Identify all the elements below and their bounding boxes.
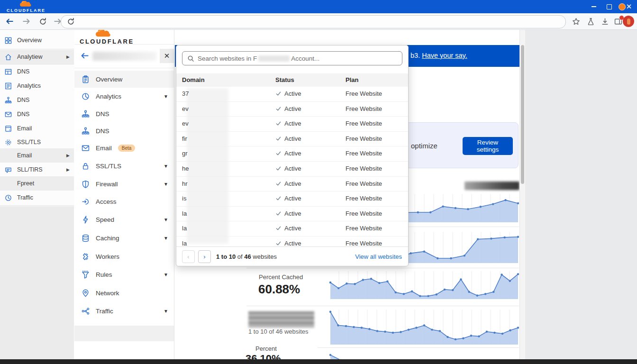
address-reload-icon[interactable] xyxy=(67,18,75,26)
nav-item-workers[interactable]: Workers xyxy=(74,248,174,265)
redacted-site-name xyxy=(92,52,156,61)
sidebar-item-label: Email xyxy=(17,125,32,132)
sidebar-item-label: DNS xyxy=(17,111,29,118)
have-your-say-link[interactable]: Have your say. xyxy=(422,52,467,59)
clipboard-icon xyxy=(82,75,90,83)
percent-value: 36.10% xyxy=(246,353,281,359)
caret-down-icon: ▼ xyxy=(164,272,168,277)
sidebar-item-ssl-tls[interactable]: SSL/TLS xyxy=(0,135,74,149)
caret-down-icon: ▼ xyxy=(164,182,168,187)
nav-item-dns-1[interactable]: DNS xyxy=(74,105,174,122)
redacted-account-name xyxy=(258,55,290,62)
redacted-stat-block xyxy=(248,311,314,328)
pagination-next-button[interactable]: › xyxy=(198,250,211,263)
sidebar-item-overview[interactable]: Overview xyxy=(0,33,74,47)
nav-item-caching[interactable]: Caching▼ xyxy=(74,229,174,246)
review-settings-button[interactable]: Review settings xyxy=(463,137,513,155)
table-row[interactable]: 37ActiveFree Website xyxy=(176,87,408,102)
domain-cell: fir xyxy=(182,135,187,142)
table-row[interactable]: heActiveFree Website xyxy=(176,162,408,177)
pagination-prev-button[interactable]: ‹ xyxy=(182,250,195,263)
table-row[interactable]: laActiveFree Website xyxy=(176,207,408,222)
bookmark-star-button[interactable] xyxy=(571,17,581,26)
plan-cell: Free Website xyxy=(346,165,382,172)
check-icon xyxy=(275,210,282,217)
extension-flask-button[interactable] xyxy=(586,17,595,26)
plan-cell: Free Website xyxy=(346,135,382,142)
back-arrow-icon[interactable] xyxy=(80,51,90,61)
cloudflare-cloud-icon xyxy=(18,1,34,7)
outer-sidebar: Overview Analytiew▶ DNS Analytics DNS DN… xyxy=(0,29,75,359)
nav-item-label: Caching xyxy=(96,235,119,242)
status-cell: Active xyxy=(284,195,301,202)
nav-item-rules[interactable]: Rules▼ xyxy=(74,266,174,283)
sidebar-item-analytics[interactable]: Analytics xyxy=(0,79,74,93)
check-icon xyxy=(275,150,282,156)
address-bar[interactable] xyxy=(61,15,566,28)
nav-item-network[interactable]: Network xyxy=(74,284,174,301)
sidebar-item-fpreet[interactable]: Fpreet xyxy=(0,176,74,191)
table-row[interactable]: firActiveFree Website xyxy=(176,132,408,147)
nav-item-ssl-tls[interactable]: SSL/TLS▼ xyxy=(74,157,174,174)
plan-cell: Free Website xyxy=(346,195,382,202)
domain-cell: ev xyxy=(182,120,189,127)
sidebar-item-sll-tlrs[interactable]: SLL/TlRS▶ xyxy=(0,163,74,177)
sidebar-item-dns-3[interactable]: DNS xyxy=(0,107,74,121)
search-icon xyxy=(187,55,194,62)
sidebar-item-label: SLL/TlRS xyxy=(17,166,43,173)
table-row[interactable]: evActiveFree Website xyxy=(176,102,408,117)
scrollbar-thumb[interactable] xyxy=(521,45,524,184)
table-row[interactable]: grActiveFree Website xyxy=(176,146,408,162)
sidebar-item-dns-1[interactable]: DNS xyxy=(0,64,74,79)
nav-item-speed[interactable]: Speed▼ xyxy=(74,211,174,228)
search-websites-input[interactable]: Search websites in FAccount... xyxy=(182,51,402,65)
nav-item-firewall[interactable]: Firewall▼ xyxy=(74,175,174,192)
view-all-websites-link[interactable]: View all websites xyxy=(355,253,402,260)
nav-item-dns-2[interactable]: DNS xyxy=(74,122,174,139)
browser-back-button[interactable] xyxy=(5,17,14,26)
table-row[interactable]: hrActiveFree Website xyxy=(176,177,408,192)
nav-item-access[interactable]: Access xyxy=(74,193,174,210)
grid-icon xyxy=(5,37,12,44)
nav-item-analytics[interactable]: Analytics▼ xyxy=(74,88,174,105)
sidebar-item-dns-2[interactable]: DNS xyxy=(0,93,74,107)
column-header-plan: Plan xyxy=(346,76,358,83)
nav-item-traffic[interactable]: Traffic▼ xyxy=(74,302,174,319)
browser-reload-button[interactable] xyxy=(38,17,47,26)
table-row[interactable]: evActiveFree Website xyxy=(176,117,408,132)
panel-close-button[interactable]: ✕ xyxy=(160,49,174,63)
network-nodes-icon xyxy=(82,307,90,315)
table-row[interactable]: laActiveFree Website xyxy=(176,221,408,237)
sidebar-item-email-1[interactable]: Email xyxy=(0,121,74,136)
nav-item-overview[interactable]: Overview xyxy=(74,71,174,88)
domain-cell: la xyxy=(182,210,187,217)
side-panel-button[interactable] xyxy=(613,17,623,26)
outside-gray-area xyxy=(525,29,637,359)
window-icon xyxy=(5,125,12,132)
browser-forward-button[interactable] xyxy=(22,17,31,26)
table-row[interactable]: isActiveFree Website xyxy=(176,191,408,207)
sidebar-item-email-2[interactable]: Email▶ xyxy=(0,148,74,163)
window-close-button[interactable]: ✕ xyxy=(622,0,636,13)
check-icon xyxy=(275,136,282,142)
sidebar-empty-area xyxy=(0,206,74,359)
browser-toolbar xyxy=(0,13,637,30)
sidebar-item-analytiew[interactable]: Analytiew▶ xyxy=(0,50,74,64)
minimize-icon xyxy=(592,6,596,7)
cloudflare-brand-text: CLOUDFLARE xyxy=(5,8,47,13)
domain-cell: is xyxy=(182,195,186,202)
nav-item-label: Overview xyxy=(96,76,122,83)
maximize-icon xyxy=(607,4,612,9)
sidebar-item-traffic[interactable]: Traffic xyxy=(0,191,74,205)
nav-item-email[interactable]: EmailBeta xyxy=(74,139,174,156)
browser-profile-avatar[interactable] xyxy=(623,16,634,27)
window-maximize-button[interactable] xyxy=(602,0,616,13)
domain-cell: la xyxy=(182,225,187,232)
window-minimize-button[interactable] xyxy=(587,0,601,13)
optimize-card-text: optimize xyxy=(411,142,437,150)
page-scrollbar[interactable] xyxy=(519,29,525,359)
login-arrow-icon xyxy=(82,198,90,206)
cloudflare-logo: CLOUDFLARE xyxy=(80,29,136,45)
status-cell: Active xyxy=(284,120,301,127)
downloads-button[interactable] xyxy=(600,17,610,26)
